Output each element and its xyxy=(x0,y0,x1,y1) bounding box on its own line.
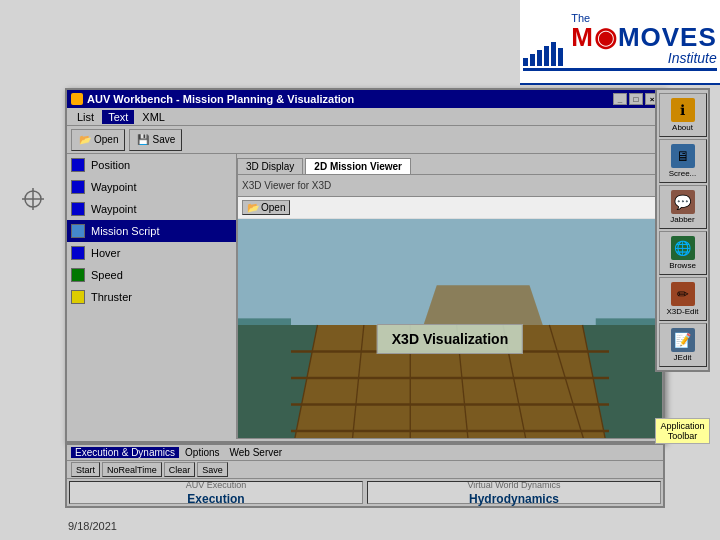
screen-icon: 🖥 xyxy=(671,144,695,168)
viz-area: X3D Visualization xyxy=(238,219,662,439)
window-controls[interactable]: _ □ × xyxy=(613,93,659,105)
clear-button[interactable]: Clear xyxy=(164,462,196,477)
exec-menu-options[interactable]: Options xyxy=(181,447,223,458)
mission-script-color xyxy=(71,224,85,238)
save-exec-button[interactable]: Save xyxy=(197,462,228,477)
toolbar: 📂 Open 💾 Save xyxy=(67,126,663,154)
tab-3d-display[interactable]: 3D Display xyxy=(237,158,303,174)
screen-button[interactable]: 🖥 Scree... xyxy=(659,139,707,183)
x3dedit-button[interactable]: ✏ X3D-Edit xyxy=(659,277,707,321)
virtual-world-title: Virtual World Dynamics xyxy=(467,480,560,490)
logo-institute: Institute xyxy=(571,50,717,66)
about-icon: ℹ xyxy=(671,98,695,122)
open-icon: 📂 xyxy=(78,133,92,147)
list-item-waypoint1[interactable]: Waypoint xyxy=(67,176,236,198)
browse-button[interactable]: 🌐 Browse xyxy=(659,231,707,275)
logo-area: The M◉MOVES Institute xyxy=(520,0,720,85)
start-button[interactable]: Start xyxy=(71,462,100,477)
execution-label: Execution xyxy=(187,492,244,506)
list-item-speed[interactable]: Speed xyxy=(67,264,236,286)
list-item-mission-script[interactable]: Mission Script xyxy=(67,220,236,242)
browse-label: Browse xyxy=(669,261,696,270)
screen-label: Scree... xyxy=(669,169,697,178)
logo-divider xyxy=(523,68,717,71)
hover-color xyxy=(71,246,85,260)
exec-menu-webserver[interactable]: Web Server xyxy=(226,447,287,458)
window-titlebar: AUV Workbench - Mission Planning & Visua… xyxy=(67,90,663,108)
bar4 xyxy=(544,46,549,66)
x3dedit-icon: ✏ xyxy=(671,282,695,306)
right-panel: 3D Display 2D Mission Viewer X3D Viewer … xyxy=(237,154,663,439)
exec-menu-dynamics[interactable]: Execution & Dynamics xyxy=(71,447,179,458)
speed-color xyxy=(71,268,85,282)
exec-panels: AUV Execution Execution Virtual World Dy… xyxy=(67,479,663,506)
jedit-icon: 📝 xyxy=(671,328,695,352)
bar2 xyxy=(530,54,535,66)
save-label: Save xyxy=(152,134,175,145)
x3dedit-label: X3D-Edit xyxy=(666,307,698,316)
open-button[interactable]: 📂 Open xyxy=(71,129,125,151)
left-panel: Position Waypoint Waypoint Mission Scrip… xyxy=(67,154,237,439)
mission-script-label: Mission Script xyxy=(91,225,159,237)
execution-window: Execution & Dynamics Options Web Server … xyxy=(65,443,665,508)
jabber-label: Jabber xyxy=(670,215,694,224)
list-item-waypoint2[interactable]: Waypoint xyxy=(67,198,236,220)
app-toolbar-tooltip: ApplicationToolbar xyxy=(655,418,710,444)
list-item-thruster[interactable]: Thruster xyxy=(67,286,236,308)
jabber-icon: 💬 xyxy=(671,190,695,214)
hydrodynamics-panel: Virtual World Dynamics Hydrodynamics xyxy=(367,481,661,504)
folder-icon: 📂 xyxy=(247,202,259,213)
logo-chart xyxy=(523,42,563,66)
menu-xml[interactable]: XML xyxy=(136,110,171,124)
exec-menu-bar: Execution & Dynamics Options Web Server xyxy=(67,445,663,461)
speed-label: Speed xyxy=(91,269,123,281)
position-label: Position xyxy=(91,159,130,171)
main-window: AUV Workbench - Mission Planning & Visua… xyxy=(65,88,665,443)
bar5 xyxy=(551,42,556,66)
x3d-open-button[interactable]: 📂 Open xyxy=(242,200,290,215)
svg-rect-17 xyxy=(238,318,291,325)
thruster-color xyxy=(71,290,85,304)
waypoint1-label: Waypoint xyxy=(91,181,136,193)
svg-marker-19 xyxy=(424,285,543,325)
jabber-button[interactable]: 💬 Jabber xyxy=(659,185,707,229)
auv-execution-title: AUV Execution xyxy=(186,480,247,490)
waypoint2-color xyxy=(71,202,85,216)
exec-toolbar: Start NoRealTime Clear Save xyxy=(67,461,663,479)
x3d-toolbar: X3D Viewer for X3D xyxy=(238,175,662,197)
list-item-position[interactable]: Position xyxy=(67,154,236,176)
jedit-button[interactable]: 📝 JEdit xyxy=(659,323,707,367)
x3d-open-bar: 📂 Open xyxy=(238,197,662,219)
app-toolbar-tooltip-text: ApplicationToolbar xyxy=(660,421,704,441)
about-button[interactable]: ℹ About xyxy=(659,93,707,137)
waypoint2-label: Waypoint xyxy=(91,203,136,215)
thruster-label: Thruster xyxy=(91,291,132,303)
minimize-button[interactable]: _ xyxy=(613,93,627,105)
app-toolbar: ℹ About 🖥 Scree... 💬 Jabber 🌐 Browse ✏ X… xyxy=(655,88,710,372)
jedit-label: JEdit xyxy=(674,353,692,362)
waypoint1-color xyxy=(71,180,85,194)
save-button[interactable]: 💾 Save xyxy=(129,129,182,151)
tab-2d-mission[interactable]: 2D Mission Viewer xyxy=(305,158,411,174)
x3d-open-label: Open xyxy=(261,202,285,213)
crosshair xyxy=(22,188,44,210)
menu-text[interactable]: Text xyxy=(102,110,134,124)
logo-text-group: The M◉MOVES Institute xyxy=(571,12,717,66)
position-color xyxy=(71,158,85,172)
menu-bar: List Text XML xyxy=(67,108,663,126)
bar1 xyxy=(523,58,528,66)
maximize-button[interactable]: □ xyxy=(629,93,643,105)
menu-list[interactable]: List xyxy=(71,110,100,124)
hover-label: Hover xyxy=(91,247,120,259)
tab-bar: 3D Display 2D Mission Viewer xyxy=(237,154,663,174)
title-left: AUV Workbench - Mission Planning & Visua… xyxy=(71,93,354,105)
x3d-viewer-label: X3D Viewer for X3D xyxy=(242,180,331,191)
bottom-execution-area: Execution & Dynamics Options Web Server … xyxy=(65,443,665,508)
hydrodynamics-label: Hydrodynamics xyxy=(469,492,559,506)
bar6 xyxy=(558,48,563,66)
window-title: AUV Workbench - Mission Planning & Visua… xyxy=(87,93,354,105)
list-item-hover[interactable]: Hover xyxy=(67,242,236,264)
browse-icon: 🌐 xyxy=(671,236,695,260)
window-icon xyxy=(71,93,83,105)
norealtime-button[interactable]: NoRealTime xyxy=(102,462,162,477)
